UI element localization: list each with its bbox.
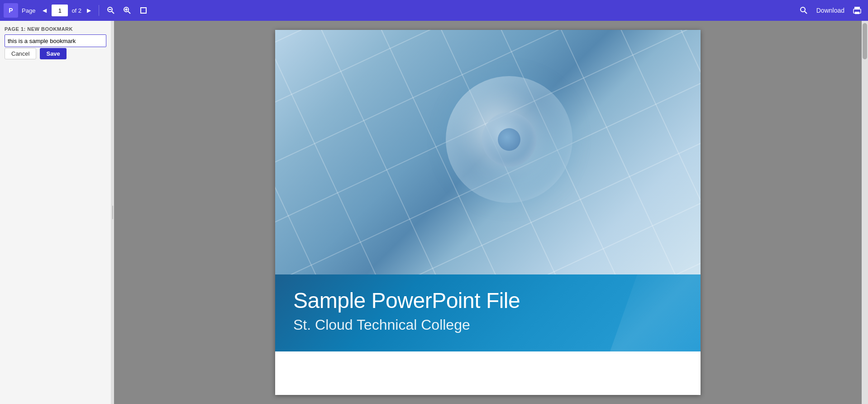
- sidebar-section-title: PAGE 1: NEW BOOKMARK: [5, 26, 106, 32]
- svg-line-4: [128, 11, 130, 14]
- slide-decoration: [610, 274, 701, 351]
- download-button[interactable]: Download: [813, 5, 848, 16]
- scrollbar-thumb[interactable]: [863, 23, 867, 59]
- save-button[interactable]: Save: [40, 48, 66, 59]
- download-label: Download: [816, 7, 844, 14]
- zoom-in-button[interactable]: [120, 3, 134, 18]
- bookmark-section: PAGE 1: NEW BOOKMARK Cancel Save: [5, 26, 106, 59]
- app-logo[interactable]: P: [4, 3, 18, 18]
- total-pages-label: of 2: [72, 7, 81, 14]
- slide-title: Sample PowerPoint File: [293, 288, 682, 313]
- right-scrollbar[interactable]: [862, 21, 868, 404]
- slide-circle-core: [498, 128, 520, 151]
- fit-page-button[interactable]: [136, 3, 151, 18]
- svg-line-1: [112, 11, 114, 14]
- slide-image: [275, 30, 701, 274]
- separator-1: [99, 5, 99, 16]
- toolbar: P Page ◀ of 2 ▶ Download: [0, 0, 868, 21]
- print-icon: [853, 6, 862, 15]
- bookmark-actions: Cancel Save: [5, 48, 106, 59]
- svg-point-13: [859, 10, 860, 11]
- cancel-button[interactable]: Cancel: [5, 48, 36, 59]
- zoom-out-icon: [107, 6, 115, 14]
- svg-rect-12: [855, 12, 859, 14]
- print-button[interactable]: [850, 3, 864, 18]
- prev-page-button[interactable]: ◀: [39, 5, 50, 16]
- zoom-out-button[interactable]: [104, 3, 118, 18]
- slide-circle-outer: [446, 76, 572, 203]
- svg-rect-7: [141, 8, 146, 13]
- next-page-button[interactable]: ▶: [83, 5, 94, 16]
- svg-line-9: [805, 11, 807, 14]
- pdf-viewer[interactable]: Sample PowerPoint File St. Cloud Technic…: [114, 21, 862, 404]
- logo-icon: P: [9, 7, 13, 14]
- main-area: PAGE 1: NEW BOOKMARK Cancel Save: [0, 21, 868, 404]
- resize-indicator: [112, 206, 113, 219]
- svg-point-8: [801, 7, 805, 12]
- sidebar: PAGE 1: NEW BOOKMARK Cancel Save: [0, 21, 111, 404]
- search-button[interactable]: [796, 3, 811, 18]
- fit-page-icon: [139, 6, 148, 14]
- pdf-page: Sample PowerPoint File St. Cloud Technic…: [275, 30, 701, 395]
- page-label: Page: [22, 7, 35, 14]
- slide-bottom: Sample PowerPoint File St. Cloud Technic…: [275, 274, 701, 351]
- slide-circle-inner: [482, 112, 536, 167]
- bookmark-name-input[interactable]: [5, 34, 106, 47]
- search-icon: [800, 6, 808, 14]
- page-number-input[interactable]: [52, 5, 68, 16]
- zoom-in-icon: [123, 6, 131, 14]
